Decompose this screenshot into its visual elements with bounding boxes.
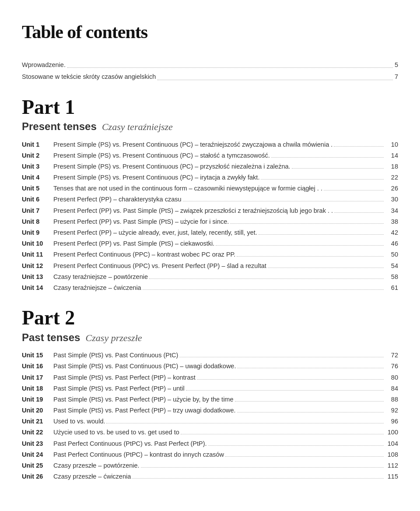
toc-row: Unit 14 Czasy teraźniejsze – ćwiczenia 6… <box>22 283 398 293</box>
part-subtitle: Present tenses <box>22 120 97 132</box>
dot-leader <box>230 223 384 224</box>
dot-leader <box>268 268 384 268</box>
unit-label: Unit 20 <box>22 405 53 416</box>
unit-page: 26 <box>385 183 398 194</box>
unit-description: Present Perfect (PP) – charakterystyka c… <box>53 194 182 204</box>
dot-leader <box>225 456 384 457</box>
unit-page: 92 <box>385 405 398 416</box>
unit-description: Present Simple (PS) vs. Present Continuo… <box>53 162 290 172</box>
toc-row: Unit 23 Past Perfect Continuous (PtPC) v… <box>22 439 398 449</box>
unit-description: Used to vs. would. <box>53 416 105 426</box>
toc-row: Unit 26 Czasy przeszłe – ćwiczenia 115 <box>22 472 398 482</box>
unit-description: Present Perfect (PP) – użycie already, e… <box>53 228 257 238</box>
dot-leader <box>216 245 384 246</box>
dot-leader <box>197 379 384 380</box>
dot-leader <box>208 445 384 446</box>
dot-leader <box>132 478 384 479</box>
unit-page: 104 <box>385 439 398 449</box>
page-title: Table of contents <box>22 18 398 47</box>
toc-row: Unit 13 Czasy teraźniejsze – powtórzenie… <box>22 272 398 282</box>
unit-label: Unit 1 <box>22 140 53 150</box>
dot-leader <box>237 412 384 412</box>
part-subtitle-cursive: Czasy teraźniejsze <box>102 121 173 132</box>
intro-page: 5 <box>395 60 398 70</box>
unit-page: 14 <box>385 151 398 161</box>
unit-page: 72 <box>385 350 398 360</box>
toc-row: Unit 20 Past Simple (PtS) vs. Past Perfe… <box>22 405 398 416</box>
unit-page: 42 <box>385 228 398 238</box>
unit-page: 112 <box>385 461 398 471</box>
unit-description: Present Perfect (PP) vs. Past Simple (Pt… <box>53 217 229 227</box>
unit-page: 76 <box>385 361 398 371</box>
unit-page: 96 <box>385 416 398 426</box>
dot-leader <box>271 157 384 158</box>
unit-label: Unit 19 <box>22 395 53 405</box>
unit-page: 54 <box>385 261 398 271</box>
unit-page: 84 <box>385 384 398 394</box>
unit-label: Unit 18 <box>22 384 53 394</box>
unit-description: Czasy przeszłe – powtórzenie. <box>53 461 140 471</box>
unit-description: Past Simple (PtS) vs. Past Continuous (P… <box>53 361 236 371</box>
toc-row: Unit 3 Present Simple (PS) vs. Present C… <box>22 162 398 172</box>
unit-description: Past Simple (PtS) vs. Past Perfect (PtP)… <box>53 373 196 383</box>
dot-leader <box>261 179 384 180</box>
part-number: Part 2 <box>22 307 398 329</box>
unit-label: Unit 13 <box>22 272 53 282</box>
toc-row: Unit 1 Present Simple (PS) vs. Present C… <box>22 140 398 150</box>
unit-label: Unit 9 <box>22 228 53 238</box>
unit-label: Unit 17 <box>22 373 53 383</box>
unit-label: Unit 21 <box>22 416 53 426</box>
dot-leader <box>183 201 384 201</box>
unit-page: 100 <box>385 427 398 437</box>
unit-label: Unit 2 <box>22 151 53 161</box>
toc-unit-list: Unit 1 Present Simple (PS) vs. Present C… <box>22 140 398 293</box>
unit-page: 46 <box>385 239 398 249</box>
unit-label: Unit 6 <box>22 194 53 204</box>
dot-leader <box>186 390 384 391</box>
unit-description: Present Simple (PS) vs. Present Continuo… <box>53 173 259 183</box>
unit-description: Present Simple (PS) vs. Present Continuo… <box>53 151 270 161</box>
unit-page: 10 <box>385 140 398 150</box>
toc-row: Unit 15 Past Simple (PtS) vs. Past Conti… <box>22 350 398 360</box>
toc-row: Unit 17 Past Simple (PtS) vs. Past Perfe… <box>22 373 398 383</box>
unit-label: Unit 15 <box>22 350 53 360</box>
unit-description: Past Simple (PtS) vs. Past Continuous (P… <box>53 350 178 360</box>
unit-page: 61 <box>385 283 398 293</box>
part-section: Part 2 Past tenses Czasy przeszłe Unit 1… <box>22 307 398 482</box>
intro-row: Stosowane w tekście skróty czasów angiel… <box>22 72 398 82</box>
unit-description: Present Perfect (PP) vs. Past Simple (Pt… <box>53 206 333 216</box>
intro-row: Wprowadzenie. 5 <box>22 60 398 70</box>
unit-label: Unit 7 <box>22 206 53 216</box>
unit-label: Unit 8 <box>22 217 53 227</box>
toc-row: Unit 18 Past Simple (PtS) vs. Past Perfe… <box>22 384 398 394</box>
toc-row: Unit 6 Present Perfect (PP) – charaktery… <box>22 194 398 204</box>
toc-row: Unit 5 Tenses that are not used in the c… <box>22 183 398 194</box>
unit-description: Czasy przeszłe – ćwiczenia <box>53 472 131 482</box>
part-section: Part 1 Present tenses Czasy teraźniejsze… <box>22 96 398 293</box>
dot-leader <box>259 234 384 235</box>
unit-page: 22 <box>385 173 398 183</box>
unit-label: Unit 16 <box>22 361 53 371</box>
unit-page: 115 <box>385 472 398 482</box>
unit-page: 80 <box>385 373 398 383</box>
toc-row: Unit 11 Present Perfect Continuous (PPC)… <box>22 250 398 260</box>
dot-leader <box>158 72 393 80</box>
toc-row: Unit 4 Present Simple (PS) vs. Present C… <box>22 173 398 183</box>
toc-row: Unit 19 Past Simple (PtS) vs. Past Perfe… <box>22 395 398 405</box>
unit-description: Past Simple (PtS) vs. Past Perfect (PtP)… <box>53 395 234 405</box>
unit-page: 34 <box>385 206 398 216</box>
dot-leader <box>141 467 384 468</box>
toc-row: Unit 21 Used to vs. would. 96 <box>22 416 398 426</box>
dot-leader <box>106 423 384 423</box>
unit-label: Unit 14 <box>22 283 53 293</box>
unit-description: Czasy teraźniejsze – powtórzenie <box>53 272 148 282</box>
unit-label: Unit 25 <box>22 461 53 471</box>
intro-page: 7 <box>395 72 398 82</box>
unit-description: Present Perfect (PP) vs. Past Simple (Pt… <box>53 239 214 249</box>
unit-description: Present Perfect Continuous (PPC) vs. Pre… <box>53 261 266 271</box>
intro-label: Wprowadzenie. <box>22 60 66 70</box>
dot-leader <box>334 146 384 147</box>
unit-label: Unit 22 <box>22 427 53 437</box>
part-header: Part 2 Past tenses Czasy przeszłe <box>22 307 398 346</box>
toc-row: Unit 16 Past Simple (PtS) vs. Past Conti… <box>22 361 398 371</box>
